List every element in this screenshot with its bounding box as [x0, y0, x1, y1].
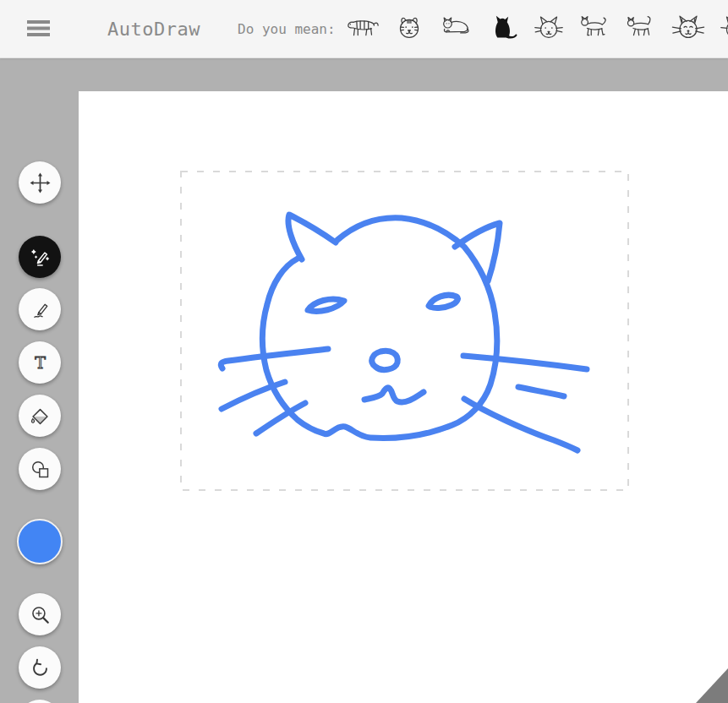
cat-walking-icon [577, 11, 613, 45]
undo-icon [29, 657, 52, 679]
suggestion-cat-face[interactable] [530, 10, 567, 47]
drawing-canvas[interactable] [79, 91, 728, 703]
undo-button[interactable] [19, 646, 61, 689]
suggestion-cat-walking[interactable] [577, 10, 614, 47]
suggestion-cat-lying[interactable] [437, 10, 474, 47]
cat-standing-icon [624, 11, 660, 45]
magic-pencil-icon [29, 246, 52, 269]
hamburger-menu-button[interactable] [20, 10, 57, 47]
suggestion-tiger-walking[interactable] [344, 10, 381, 47]
page-title: AutoDraw [107, 0, 200, 57]
shape-tool-button[interactable] [19, 448, 61, 490]
paint-bucket-icon [29, 405, 52, 428]
pencil-icon [29, 298, 52, 321]
hamburger-icon [25, 16, 52, 40]
tiger-head-icon [391, 11, 427, 45]
type-tool-button[interactable]: T [19, 341, 61, 384]
svg-text:T: T [35, 352, 46, 372]
topbar: AutoDraw Do you mean: [0, 0, 728, 58]
page-fold-corner [696, 668, 728, 703]
cat-lying-icon [438, 11, 473, 45]
delete-button[interactable] [19, 700, 61, 703]
cat-head-whiskers-icon [671, 11, 706, 45]
suggestion-tiger-head[interactable] [391, 10, 428, 47]
text-tool-icon: T [29, 352, 52, 374]
suggestion-cat-standing[interactable] [623, 10, 660, 47]
cat-face-icon [531, 11, 567, 45]
suggestion-cat-partial[interactable] [716, 10, 728, 47]
shapes-icon [29, 458, 52, 481]
tool-sidebar: T [0, 57, 79, 703]
draw-tool-button[interactable] [19, 288, 61, 330]
color-picker-button[interactable] [17, 519, 63, 564]
cat-partial-icon [717, 11, 728, 45]
move-arrows-icon [29, 172, 52, 194]
black-cat-icon [484, 11, 520, 45]
suggestion-strip [344, 10, 728, 47]
zoom-in-icon [29, 603, 52, 626]
suggestion-black-cat[interactable] [484, 10, 521, 47]
cat-sketch-strokes [221, 215, 587, 450]
autodraw-tool-button[interactable] [19, 236, 61, 278]
canvas-surface[interactable] [79, 91, 728, 703]
autodraw-app: { "app": { "title": "AutoDraw" }, "topba… [0, 0, 728, 703]
tiger-walking-icon [345, 11, 380, 45]
select-tool-button[interactable] [19, 161, 61, 204]
fill-tool-button[interactable] [19, 395, 61, 437]
suggestion-prompt-label: Do you mean: [238, 0, 336, 57]
zoom-tool-button[interactable] [19, 593, 61, 635]
suggestion-cat-head-whiskers[interactable] [670, 10, 707, 47]
